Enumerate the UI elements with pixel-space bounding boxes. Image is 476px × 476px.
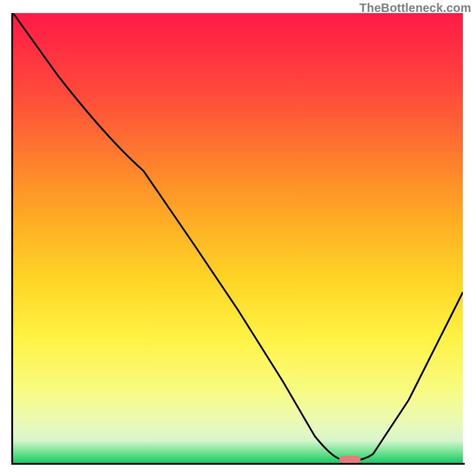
axis-y [11,13,13,465]
optimum-marker [339,456,361,463]
curve-layer [13,13,463,463]
bottleneck-chart: TheBottleneck.com [0,0,476,476]
axis-x [11,463,465,465]
plot-area [13,13,463,463]
bottleneck-curve-path [13,13,463,461]
